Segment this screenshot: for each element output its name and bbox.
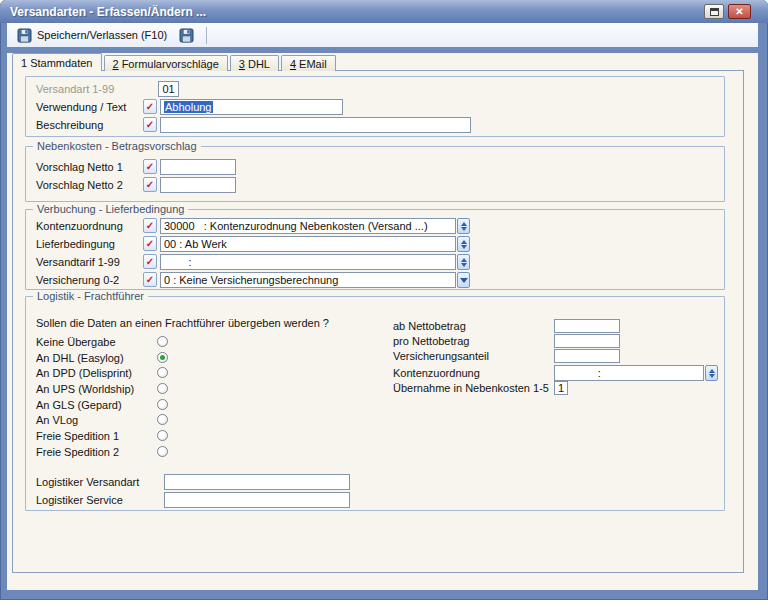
titlebar: Versandarten - Erfassen/Ändern ... ✕ [0, 0, 768, 23]
input-helper-icon[interactable]: ✓ [143, 254, 157, 269]
spinner-button[interactable] [457, 236, 470, 252]
tab-dhl[interactable]: 3DHL [230, 55, 279, 71]
verwendung-selected-text: Abholung [164, 101, 213, 113]
logistik-kontenzuordnung-label: Kontenzuordnung [393, 367, 480, 379]
input-helper-icon[interactable]: ✓ [143, 99, 157, 114]
versicherung-label: Versicherung 0-2 [36, 274, 119, 286]
vorschlag-netto-1-label: Vorschlag Netto 1 [36, 161, 123, 173]
versandart-label: Versandart 1-99 [36, 83, 114, 95]
verwendung-input[interactable]: Abholung [160, 99, 343, 115]
logistik-kontenzuordnung-value: : [558, 367, 601, 379]
tab-label: Formularvorschläge [122, 58, 219, 70]
tab-number: 4 [290, 58, 296, 70]
tab-email[interactable]: 4EMail [281, 55, 336, 71]
kontenzuordnung-label: Kontenzuordnung [36, 220, 123, 232]
save-icon-button[interactable] [173, 25, 200, 45]
spinner-button[interactable] [705, 365, 718, 381]
versandart-value: 01 [162, 83, 174, 95]
group-logistik: Logistik - Frachtführer Sollen die Daten… [25, 296, 725, 511]
pro-nettobetrag-label: pro Nettobetrag [393, 335, 469, 347]
input-helper-icon[interactable]: ✓ [143, 272, 157, 287]
close-button[interactable]: ✕ [728, 4, 751, 19]
tab-formularvorschlaege[interactable]: 2Formularvorschläge [104, 55, 228, 71]
uebernahme-input[interactable]: 1 [554, 381, 568, 395]
ab-nettobetrag-label: ab Nettobetrag [393, 320, 466, 332]
radio-label: An DHL (Easylog) [36, 352, 124, 364]
maximize-button[interactable] [704, 4, 724, 19]
kontenzuordnung-value: 30000 : Kontenzurodnung Nebenkosten (Ver… [164, 220, 428, 232]
group-title: Nebenkosten - Betragsvorschlag [33, 140, 201, 152]
input-helper-icon[interactable]: ✓ [143, 218, 157, 233]
beschreibung-label: Beschreibung [36, 119, 103, 131]
floppy-disk-icon [17, 28, 32, 43]
save-exit-button[interactable]: Speichern/Verlassen (F10) [11, 25, 173, 45]
group-title: Logistik - Frachtführer [33, 290, 148, 302]
versicherung-dropdown[interactable]: 0 : Keine Versicherungsberechnung [160, 272, 456, 288]
vorschlag-netto-2-input[interactable] [160, 177, 236, 193]
group-verbuchung: Verbuchung - Lieferbedingung Kontenzuord… [25, 209, 725, 290]
close-icon: ✕ [735, 7, 743, 17]
radio-button[interactable] [157, 430, 168, 441]
input-helper-icon[interactable]: ✓ [143, 177, 157, 192]
save-exit-label: Speichern/Verlassen (F10) [37, 29, 167, 41]
logistik-kontenzuordnung-combo[interactable]: : [554, 365, 704, 381]
tab-stammdaten[interactable]: 1Stammdaten [12, 53, 102, 71]
logistiker-versandart-input[interactable] [164, 474, 350, 490]
verwendung-label: Verwendung / Text [36, 101, 126, 113]
lieferbedingung-value: 00 : Ab Werk [164, 238, 227, 250]
versandart-field: 01 [158, 81, 179, 97]
desktop-background [0, 600, 768, 611]
radio-label: Keine Übergabe [36, 336, 116, 348]
lieferbedingung-combo[interactable]: 00 : Ab Werk [160, 236, 456, 252]
radio-button[interactable] [157, 399, 168, 410]
frachtfuehrer-question: Sollen die Daten an einen Frachtführer ü… [36, 317, 329, 329]
versicherungsanteil-input[interactable] [554, 349, 620, 363]
lieferbedingung-label: Lieferbedingung [36, 238, 115, 250]
vorschlag-netto-1-input[interactable] [160, 159, 236, 175]
tab-number: 1 [21, 57, 27, 69]
radio-label: An UPS (Worldship) [36, 383, 134, 395]
toolbar-separator [206, 27, 207, 44]
radio-button[interactable] [157, 336, 168, 347]
versandtarif-label: Versandtarif 1-99 [36, 256, 120, 268]
kontenzuordnung-combo[interactable]: 30000 : Kontenzurodnung Nebenkosten (Ver… [160, 218, 456, 234]
tab-label: Stammdaten [30, 57, 92, 69]
radio-button[interactable] [157, 446, 168, 457]
application-window: Versandarten - Erfassen/Ändern ... ✕ Spe… [0, 0, 768, 600]
logistiker-service-input[interactable] [164, 492, 350, 508]
input-helper-icon[interactable]: ✓ [143, 117, 157, 132]
group-stammdaten: Versandart 1-99 01 Verwendung / Text ✓ A… [25, 76, 725, 137]
radio-label: An DPD (Delisprint) [36, 367, 132, 379]
pro-nettobetrag-input[interactable] [554, 334, 620, 348]
group-title: Verbuchung - Lieferbedingung [33, 203, 188, 215]
dropdown-arrow-button[interactable] [457, 272, 470, 288]
radio-label: An VLog [36, 414, 78, 426]
uebernahme-value: 1 [558, 382, 564, 394]
versicherung-value: 0 : Keine Versicherungsberechnung [164, 274, 338, 286]
uebernahme-label: Übernahme in Nebenkosten 1-5 [393, 382, 549, 394]
tab-bar: 1Stammdaten 2Formularvorschläge 3DHL 4EM… [12, 53, 338, 71]
radio-label: Freie Spedition 1 [36, 430, 119, 442]
radio-button[interactable] [157, 367, 168, 378]
input-helper-icon[interactable]: ✓ [143, 159, 157, 174]
vorschlag-netto-2-label: Vorschlag Netto 2 [36, 179, 123, 191]
tab-number: 3 [239, 58, 245, 70]
input-helper-icon[interactable]: ✓ [143, 236, 157, 251]
radio-button[interactable] [157, 414, 168, 425]
beschreibung-input[interactable] [160, 117, 471, 133]
window-title: Versandarten - Erfassen/Ändern ... [10, 5, 206, 19]
maximize-icon [710, 8, 719, 16]
radio-label: Freie Spedition 2 [36, 446, 119, 458]
radio-label: An GLS (Gepard) [36, 399, 122, 411]
tab-label: DHL [248, 58, 270, 70]
tab-label: EMail [299, 58, 327, 70]
spinner-button[interactable] [457, 254, 470, 270]
window-controls: ✕ [704, 4, 751, 19]
radio-button[interactable] [157, 352, 168, 363]
toolbar: Speichern/Verlassen (F10) [7, 23, 758, 47]
client-area: 1Stammdaten 2Formularvorschläge 3DHL 4EM… [7, 53, 758, 590]
spinner-button[interactable] [457, 218, 470, 234]
versandtarif-combo[interactable]: : [160, 254, 456, 270]
radio-button[interactable] [157, 383, 168, 394]
ab-nettobetrag-input[interactable] [554, 319, 620, 333]
